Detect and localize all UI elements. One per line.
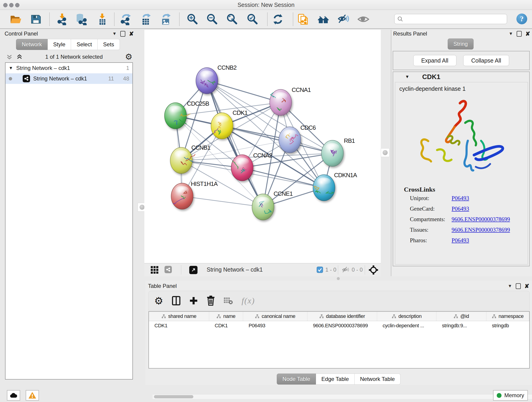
zoom-in-icon[interactable] bbox=[186, 13, 198, 25]
column-header-shared-name[interactable]: shared name bbox=[149, 312, 209, 321]
show-columns-icon[interactable] bbox=[172, 296, 181, 306]
network-node-CCNA1[interactable] bbox=[270, 89, 292, 115]
network-node-CCNA2[interactable] bbox=[231, 155, 253, 181]
warnings-button[interactable] bbox=[26, 390, 39, 401]
right-splitter-grip[interactable] bbox=[381, 148, 389, 157]
birds-eye-crosshair-icon[interactable] bbox=[369, 265, 378, 274]
network-row-selected[interactable]: String Network – cdk1 11 48 bbox=[6, 73, 133, 84]
table-cell[interactable]: CDK1 bbox=[209, 321, 243, 330]
network-badge-icon[interactable] bbox=[165, 266, 172, 273]
detach-view-icon[interactable] bbox=[189, 266, 197, 274]
memory-button[interactable]: Memory bbox=[493, 390, 528, 401]
help-button[interactable]: ? bbox=[516, 13, 527, 24]
tab-edge-table[interactable]: Edge Table bbox=[316, 374, 355, 385]
crosslink-link[interactable]: P06493 bbox=[452, 237, 469, 244]
column-header-canonical-name[interactable]: canonical name bbox=[243, 312, 307, 321]
panel-menu-icon[interactable]: ▼ bbox=[112, 31, 117, 36]
crosslink-link[interactable]: P06493 bbox=[452, 206, 469, 212]
network-node-CDKN1A[interactable] bbox=[313, 175, 335, 201]
import-table-icon[interactable] bbox=[96, 13, 108, 25]
edge-CDK1-RB1[interactable] bbox=[222, 126, 332, 153]
panel-float-icon[interactable] bbox=[516, 283, 521, 289]
zoom-out-icon[interactable] bbox=[206, 13, 218, 25]
selected-checkbox-icon[interactable] bbox=[317, 267, 323, 273]
network-node-CDK1[interactable] bbox=[211, 113, 233, 139]
panel-close-icon[interactable]: ✘ bbox=[525, 283, 529, 289]
network-node-RB1[interactable] bbox=[322, 140, 343, 166]
tree-expander-icon[interactable]: ▼ bbox=[9, 65, 13, 70]
network-node-CCNE1[interactable] bbox=[252, 194, 274, 220]
import-network-database-icon[interactable] bbox=[75, 13, 87, 25]
function-builder-icon[interactable]: f(x) bbox=[241, 296, 255, 306]
search-input[interactable] bbox=[403, 16, 507, 22]
tab-string-results[interactable]: String bbox=[448, 38, 474, 50]
panel-menu-icon[interactable]: ▼ bbox=[509, 31, 513, 36]
edge-CCNB2-CCNA1[interactable] bbox=[207, 81, 281, 102]
crosslink-label: Uniprot: bbox=[410, 195, 429, 201]
table-row[interactable]: CDK1CDK1P064939606.ENSP00000378699cyclin… bbox=[149, 321, 529, 330]
table-cell[interactable]: 9606.ENSP00000378699 bbox=[307, 321, 377, 330]
crosslink-link[interactable]: 9606.ENSP00000378699 bbox=[452, 216, 510, 223]
section-expander-icon[interactable]: ▼ bbox=[405, 74, 409, 79]
zoom-selected-icon[interactable] bbox=[247, 13, 259, 25]
column-header--id[interactable]: @id bbox=[437, 312, 486, 321]
toolbar-search[interactable] bbox=[394, 14, 507, 24]
tab-sets[interactable]: Sets bbox=[98, 39, 120, 50]
network-node-HIST1H1A[interactable] bbox=[171, 183, 193, 209]
tab-network-table[interactable]: Network Table bbox=[355, 374, 401, 385]
tab-style[interactable]: Style bbox=[48, 39, 71, 50]
panel-close-icon[interactable]: ✘ bbox=[129, 31, 134, 37]
tab-node-table[interactable]: Node Table bbox=[277, 374, 316, 385]
collapse-all-networks-icon[interactable] bbox=[6, 53, 13, 60]
show-graphics-eye-icon[interactable] bbox=[357, 13, 369, 25]
table-cell[interactable]: CDK1 bbox=[149, 321, 209, 330]
network-canvas[interactable]: CCNB2CCNA1CDC25BCDK1CDC6RB1CCNB1CCNA2CDK… bbox=[144, 30, 381, 263]
string-home-icon[interactable] bbox=[317, 13, 329, 25]
horizontal-splitter[interactable] bbox=[144, 276, 532, 281]
table-cell[interactable]: P06493 bbox=[243, 321, 307, 330]
table-options-gear-icon[interactable]: ⚙ bbox=[154, 295, 163, 307]
hide-glass-effect-icon[interactable] bbox=[337, 13, 349, 25]
panel-float-icon[interactable] bbox=[120, 31, 125, 37]
table-cell[interactable]: stringdb:9... bbox=[437, 321, 486, 330]
save-session-icon[interactable] bbox=[30, 13, 42, 25]
column-header-namespace[interactable]: namespace bbox=[486, 312, 529, 321]
crosslink-link[interactable]: 9606.ENSP00000378699 bbox=[452, 227, 510, 233]
apply-layout-icon[interactable] bbox=[272, 13, 284, 25]
export-image-icon[interactable] bbox=[160, 13, 172, 25]
hidden-eye-slash-icon[interactable] bbox=[342, 266, 350, 273]
crosslink-link[interactable]: P06493 bbox=[452, 195, 469, 201]
tab-network[interactable]: Network bbox=[16, 39, 48, 50]
expand-all-button[interactable]: Expand All bbox=[413, 55, 456, 66]
grid-view-icon[interactable] bbox=[151, 266, 158, 274]
export-network-icon[interactable] bbox=[120, 13, 132, 25]
panel-menu-icon[interactable]: ▼ bbox=[508, 283, 512, 288]
add-column-icon[interactable] bbox=[189, 296, 198, 305]
panel-close-icon[interactable]: ✘ bbox=[525, 31, 530, 37]
column-header-description[interactable]: description bbox=[377, 312, 437, 321]
network-node-CDC6[interactable] bbox=[279, 127, 301, 153]
network-collection-row[interactable]: ▼ String Network – cdk1 1 bbox=[6, 63, 133, 73]
column-header-name[interactable]: name bbox=[209, 312, 243, 321]
copy-network-icon[interactable] bbox=[297, 13, 309, 25]
import-network-file-icon[interactable] bbox=[56, 13, 68, 25]
tab-select[interactable]: Select bbox=[71, 39, 98, 50]
zoom-fit-icon[interactable] bbox=[226, 13, 238, 25]
edge-CCNB2-CCNE1[interactable] bbox=[207, 81, 263, 207]
table-cell[interactable]: stringdb bbox=[486, 321, 529, 330]
table-cell[interactable]: cyclin-dependent ... bbox=[377, 321, 437, 330]
export-table-icon[interactable] bbox=[140, 13, 152, 25]
collapse-all-button[interactable]: Collapse All bbox=[463, 55, 509, 66]
open-session-icon[interactable] bbox=[10, 13, 22, 25]
delete-table-icon[interactable] bbox=[224, 297, 233, 305]
network-node-CCNB2[interactable] bbox=[196, 68, 218, 94]
network-options-gear-icon[interactable]: ⚙ bbox=[125, 53, 133, 61]
panel-float-icon[interactable] bbox=[517, 31, 522, 37]
network-node-CDC25B[interactable] bbox=[165, 103, 190, 129]
edge-HIST1H1A-CCNE1[interactable] bbox=[182, 196, 263, 207]
column-header-database-identifier[interactable]: database identifier bbox=[307, 312, 377, 321]
cloud-status-button[interactable] bbox=[7, 390, 20, 401]
expand-all-networks-icon[interactable] bbox=[16, 53, 23, 60]
delete-column-icon[interactable] bbox=[207, 296, 215, 306]
title-bar: Session: New Session bbox=[0, 0, 532, 10]
